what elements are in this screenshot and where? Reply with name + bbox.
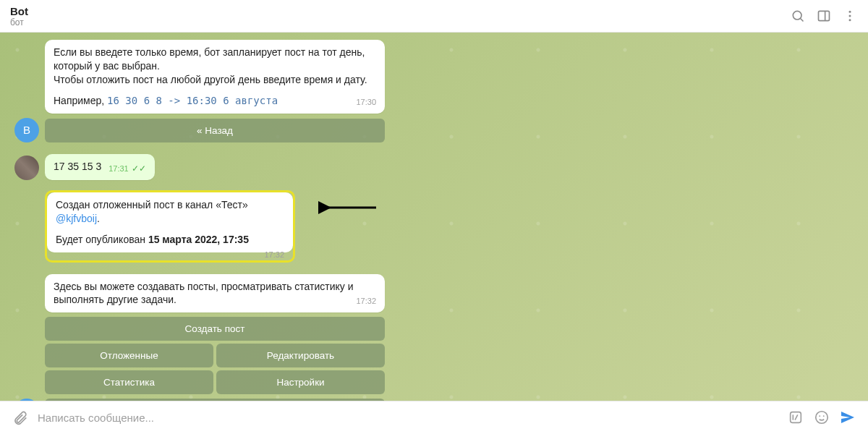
svg-line-10 <box>795 415 798 420</box>
kb-settings-button[interactable]: Настройки <box>216 370 385 394</box>
message-composer <box>0 401 868 434</box>
message-bubble[interactable]: 17 35 15 3 17:31✓✓ <box>45 154 155 180</box>
svg-point-4 <box>849 11 851 13</box>
avatar[interactable]: В <box>14 399 39 401</box>
message-time: 17:32 <box>356 296 376 307</box>
emoji-icon[interactable] <box>813 409 830 426</box>
message-text: Например, <box>54 95 107 106</box>
read-ticks-icon: ✓✓ <box>132 163 146 174</box>
sidebar-toggle-icon[interactable] <box>816 8 832 24</box>
avatar-letter: В <box>23 124 30 136</box>
chat-subtitle: бот <box>10 17 28 27</box>
svg-point-11 <box>816 412 828 424</box>
svg-point-13 <box>823 416 825 417</box>
message-text: 17 35 15 3 <box>54 161 101 172</box>
message-bubble[interactable]: Здесь вы можете создавать посты, просмат… <box>45 274 385 313</box>
kb-stats-button[interactable]: Статистика <box>45 370 213 394</box>
kb-scheduled-button[interactable]: Отложенные <box>45 344 213 367</box>
attach-icon[interactable] <box>12 409 29 426</box>
message-bubble[interactable]: Создан отложенный пост в канал «Тест» @k… <box>47 192 293 252</box>
send-button[interactable] <box>839 409 856 426</box>
code-example: 16 30 6 8 -> 16:30 6 августа <box>107 95 278 106</box>
search-icon[interactable] <box>790 8 806 24</box>
message-bubble[interactable]: Если вы введете только время, бот заплан… <box>45 40 385 114</box>
bot-commands-icon[interactable] <box>787 409 804 426</box>
chat-title: Bot <box>10 5 28 17</box>
avatar[interactable]: В <box>14 118 39 142</box>
message-input[interactable] <box>38 412 778 424</box>
message-text: Будет опубликован 15 марта 2022, 17:35 <box>56 233 284 247</box>
svg-point-0 <box>793 11 801 20</box>
message-text: Если вы введете только время, бот заплан… <box>54 46 376 73</box>
chat-title-block[interactable]: Bot бот <box>10 5 28 27</box>
kb-back-button[interactable]: « Назад <box>45 119 385 142</box>
kb-promo-button[interactable]: 🚀 20К показов канала за 1140 ₽ <box>45 399 385 401</box>
message-text: Здесь вы можете создавать посты, просмат… <box>54 281 354 306</box>
message-time: 17:30 <box>356 97 376 108</box>
svg-point-12 <box>819 416 820 417</box>
channel-link[interactable]: @kjfvboij <box>56 213 97 224</box>
svg-rect-2 <box>819 11 830 20</box>
message-text: Чтобы отложить пост на любой другой день… <box>54 73 376 87</box>
message-time: 17:32 <box>264 250 284 260</box>
svg-point-6 <box>849 19 851 21</box>
message-text: Создан отложенный пост в канал «Тест» @k… <box>56 198 284 226</box>
kb-create-post-button[interactable]: Создать пост <box>45 317 385 341</box>
avatar[interactable] <box>14 156 39 180</box>
highlighted-bubble: Создан отложенный пост в канал «Тест» @k… <box>45 190 295 263</box>
chat-area[interactable]: Если вы введете только время, бот заплан… <box>0 33 868 401</box>
message-time: 17:31✓✓ <box>109 163 146 174</box>
more-icon[interactable] <box>842 8 858 24</box>
svg-point-5 <box>849 15 851 17</box>
svg-line-1 <box>801 19 804 22</box>
kb-edit-button[interactable]: Редактировать <box>216 344 385 367</box>
chat-header: Bot бот <box>0 0 868 33</box>
